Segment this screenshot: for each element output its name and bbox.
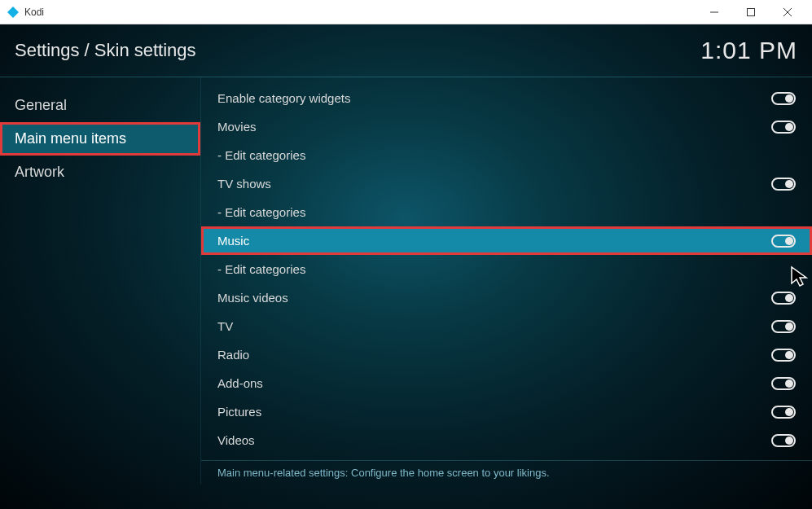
toggle-switch[interactable] bbox=[771, 406, 796, 419]
sidebar-item-label: Artwork bbox=[15, 164, 64, 180]
toggle-switch[interactable] bbox=[771, 320, 796, 333]
toggle-switch[interactable] bbox=[771, 349, 796, 362]
setting-row-videos[interactable]: Videos bbox=[201, 426, 812, 454]
app-body: Settings / Skin settings 1:01 PM General… bbox=[0, 24, 812, 509]
window-controls bbox=[696, 0, 805, 24]
setting-row-pictures[interactable]: Pictures bbox=[201, 397, 812, 426]
setting-label: - Edit categories bbox=[217, 148, 796, 162]
toggle-switch[interactable] bbox=[771, 178, 796, 191]
breadcrumb: Settings / Skin settings bbox=[15, 40, 196, 61]
setting-row-edit-categories[interactable]: - Edit categories bbox=[201, 141, 812, 169]
kodi-icon bbox=[7, 6, 20, 19]
toggle-switch[interactable] bbox=[771, 235, 796, 248]
titlebar: Kodi bbox=[0, 0, 812, 24]
main-body: GeneralMain menu itemsArtwork Enable cat… bbox=[0, 77, 812, 485]
toggle-switch[interactable] bbox=[771, 292, 796, 305]
header: Settings / Skin settings 1:01 PM bbox=[0, 24, 812, 77]
minimize-button[interactable] bbox=[696, 0, 732, 24]
settings-content: Enable category widgetsMovies- Edit cate… bbox=[200, 77, 812, 485]
close-button[interactable] bbox=[769, 0, 805, 24]
setting-row-edit-categories[interactable]: - Edit categories bbox=[201, 255, 812, 283]
toggle-switch[interactable] bbox=[771, 434, 796, 447]
sidebar: GeneralMain menu itemsArtwork bbox=[0, 77, 200, 485]
setting-label: Radio bbox=[217, 348, 771, 362]
window-title: Kodi bbox=[24, 7, 44, 18]
toggle-switch[interactable] bbox=[771, 121, 796, 134]
sidebar-item-label: Main menu items bbox=[15, 130, 126, 147]
setting-label: Add-ons bbox=[217, 376, 771, 390]
svg-rect-1 bbox=[747, 8, 754, 15]
setting-label: - Edit categories bbox=[217, 262, 796, 276]
sidebar-item-general[interactable]: General bbox=[0, 89, 200, 122]
setting-label: - Edit categories bbox=[217, 205, 796, 219]
setting-label: TV shows bbox=[217, 177, 771, 191]
setting-row-movies[interactable]: Movies bbox=[201, 112, 812, 141]
setting-label: Pictures bbox=[217, 405, 771, 419]
setting-row-add-ons[interactable]: Add-ons bbox=[201, 369, 812, 397]
clock: 1:01 PM bbox=[700, 37, 797, 64]
setting-row-radio[interactable]: Radio bbox=[201, 340, 812, 369]
setting-row-music-videos[interactable]: Music videos bbox=[201, 283, 812, 312]
setting-label: TV bbox=[217, 319, 771, 333]
setting-label: Enable category widgets bbox=[217, 91, 771, 105]
setting-label: Music bbox=[217, 234, 771, 248]
footer-hint: Main menu-related settings: Configure th… bbox=[201, 460, 812, 485]
setting-label: Videos bbox=[217, 433, 771, 447]
setting-label: Music videos bbox=[217, 291, 771, 305]
toggle-switch[interactable] bbox=[771, 92, 796, 105]
setting-label: Movies bbox=[217, 120, 771, 134]
sidebar-item-main-menu-items[interactable]: Main menu items bbox=[0, 122, 200, 156]
setting-row-enable-category-widgets[interactable]: Enable category widgets bbox=[201, 84, 812, 112]
setting-row-tv[interactable]: TV bbox=[201, 312, 812, 340]
setting-row-edit-categories[interactable]: - Edit categories bbox=[201, 198, 812, 226]
maximize-button[interactable] bbox=[732, 0, 769, 24]
sidebar-item-artwork[interactable]: Artwork bbox=[0, 156, 200, 189]
toggle-switch[interactable] bbox=[771, 377, 796, 390]
sidebar-item-label: General bbox=[15, 97, 67, 113]
setting-row-tv-shows[interactable]: TV shows bbox=[201, 169, 812, 198]
setting-row-music[interactable]: Music bbox=[201, 226, 812, 255]
